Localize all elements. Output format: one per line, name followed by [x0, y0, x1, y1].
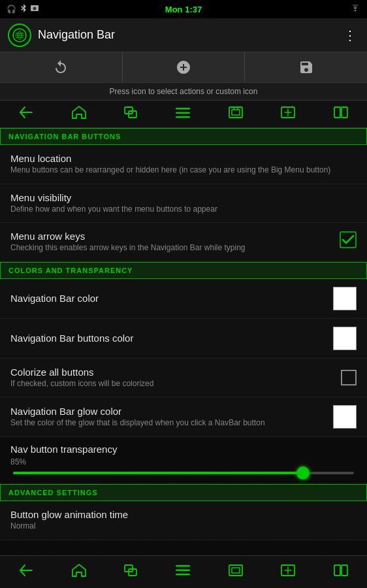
svg-point-1 — [33, 7, 37, 10]
status-bar-right — [350, 5, 360, 14]
bottom-split-icon[interactable] — [334, 564, 348, 580]
transparency-slider-container: Nav button transparency 85% — [0, 437, 367, 484]
status-bar: 🎧 Mon 1:37 — [0, 0, 367, 18]
button-glow-title: Button glow animation time — [10, 509, 349, 520]
button-glow-content: Button glow animation time Normal — [10, 509, 357, 532]
section-header-advanced: ADVANCED SETTINGS — [0, 484, 367, 501]
nav-bar-glow-color-desc: Set the color of the glow that is displa… — [10, 418, 325, 429]
colorize-all-desc: If checked, custom icons will be coloriz… — [10, 379, 333, 389]
menu-location-title: Menu location — [10, 153, 349, 164]
menu-arrow-keys-checkbox[interactable] — [340, 231, 357, 252]
nav-buttons-settings: Menu location Menu buttons can be rearra… — [0, 145, 367, 262]
menu-location-desc: Menu buttons can be rearranged or hidden… — [10, 165, 349, 176]
page-title: Navigation Bar — [38, 28, 115, 42]
menu-visibility-desc: Define how and when you want the menu bu… — [10, 204, 349, 215]
content-area: Navigation Bar ⋮ Press icon to select ac… — [0, 18, 367, 555]
screenshot-icon[interactable] — [229, 106, 243, 122]
info-text: Press icon to select actions or custom i… — [0, 83, 367, 101]
top-bar-left: Navigation Bar — [8, 24, 115, 47]
recent-apps-icon[interactable] — [124, 106, 137, 122]
home-icon[interactable] — [72, 106, 86, 122]
bottom-back-icon[interactable] — [19, 564, 33, 580]
back-icon[interactable] — [19, 106, 33, 122]
svg-rect-23 — [342, 565, 347, 576]
headphone-icon: 🎧 — [7, 5, 16, 14]
nav-bar-color-content: Navigation Bar color — [10, 293, 333, 304]
slider-value: 85% — [10, 457, 357, 466]
section-header-nav-buttons: NAVIGATION BAR BUTTONS — [0, 128, 367, 145]
overflow-menu-button[interactable]: ⋮ — [341, 25, 359, 46]
top-bar: Navigation Bar ⋮ — [0, 18, 367, 52]
svg-rect-11 — [334, 107, 340, 118]
colors-settings: Navigation Bar color Navigation Bar butt… — [0, 279, 367, 438]
menu-visibility-title: Menu visibility — [10, 192, 349, 203]
colorize-all-content: Colorize all buttons If checked, custom … — [10, 367, 341, 389]
bottom-nav — [0, 555, 367, 588]
colorize-all-title: Colorize all buttons — [10, 367, 333, 378]
expand-icon[interactable] — [281, 106, 295, 122]
svg-rect-7 — [176, 116, 190, 118]
nav-bar-color-swatch[interactable] — [333, 287, 357, 310]
svg-rect-19 — [229, 565, 242, 576]
svg-rect-12 — [342, 107, 347, 118]
svg-rect-17 — [176, 570, 190, 572]
slider-label: Nav button transparency — [10, 444, 357, 455]
nav-bar-glow-color-swatch[interactable] — [333, 405, 357, 429]
status-bar-left: 🎧 — [7, 4, 39, 15]
button-glow-desc: Normal — [10, 521, 349, 532]
add-button[interactable] — [123, 52, 246, 82]
nav-bar-glow-color-title: Navigation Bar glow color — [10, 406, 325, 417]
nav-bar-buttons-color-item[interactable]: Navigation Bar buttons color — [0, 319, 367, 359]
colorize-all-buttons-item[interactable]: Colorize all buttons If checked, custom … — [0, 359, 367, 398]
slider-fill — [13, 472, 303, 474]
wifi-icon — [350, 5, 360, 14]
section-header-colors: COLORS AND TRANSPARENCY — [0, 262, 367, 279]
button-glow-animation-item[interactable]: Button glow animation time Normal — [0, 501, 367, 540]
svg-rect-8 — [229, 107, 242, 118]
status-time: Mon 1:37 — [165, 5, 202, 14]
bottom-expand-icon[interactable] — [281, 564, 295, 580]
nav-bar-color-item[interactable]: Navigation Bar color — [0, 279, 367, 319]
menu-location-content: Menu location Menu buttons can be rearra… — [10, 153, 357, 176]
svg-rect-5 — [176, 108, 190, 110]
svg-rect-20 — [232, 568, 240, 573]
menu-icon[interactable] — [176, 106, 190, 122]
menu-visibility-content: Menu visibility Define how and when you … — [10, 192, 357, 215]
menu-arrow-keys-desc: Checking this enables arrow keys in the … — [10, 243, 332, 253]
svg-rect-6 — [176, 112, 190, 114]
bottom-home-icon[interactable] — [72, 564, 86, 580]
advanced-settings: Button glow animation time Normal — [0, 501, 367, 540]
nav-bar-glow-color-content: Navigation Bar glow color Set the color … — [10, 406, 333, 429]
menu-visibility-item[interactable]: Menu visibility Define how and when you … — [0, 184, 367, 223]
nav-bar-buttons-color-title: Navigation Bar buttons color — [10, 333, 325, 344]
icon-bar — [0, 101, 367, 128]
slider-thumb[interactable] — [296, 466, 310, 480]
nav-bar-glow-color-item[interactable]: Navigation Bar glow color Set the color … — [0, 397, 367, 437]
svg-rect-16 — [176, 565, 190, 567]
svg-rect-22 — [334, 565, 340, 576]
bottom-screenshot-icon[interactable] — [229, 564, 243, 580]
nav-bar-buttons-color-swatch[interactable] — [333, 327, 357, 350]
save-button[interactable] — [245, 52, 367, 82]
menu-arrow-keys-title: Menu arrow keys — [10, 231, 332, 242]
slider-track[interactable] — [13, 472, 354, 474]
photo-icon — [31, 5, 39, 14]
split-icon[interactable] — [334, 106, 348, 122]
menu-location-item[interactable]: Menu location Menu buttons can be rearra… — [0, 145, 367, 184]
menu-arrow-keys-content: Menu arrow keys Checking this enables ar… — [10, 231, 340, 253]
svg-rect-18 — [176, 574, 190, 576]
svg-rect-9 — [232, 110, 240, 115]
app-icon — [8, 24, 31, 47]
menu-arrow-keys-item[interactable]: Menu arrow keys Checking this enables ar… — [0, 223, 367, 262]
undo-button[interactable] — [0, 52, 123, 82]
bluetooth-icon — [20, 4, 27, 15]
colorize-all-checkbox[interactable] — [341, 370, 357, 385]
nav-bar-color-title: Navigation Bar color — [10, 293, 325, 304]
bottom-recent-icon[interactable] — [124, 564, 137, 580]
nav-bar-buttons-color-content: Navigation Bar buttons color — [10, 333, 333, 344]
action-buttons-row — [0, 52, 367, 83]
bottom-menu-icon[interactable] — [176, 565, 190, 579]
